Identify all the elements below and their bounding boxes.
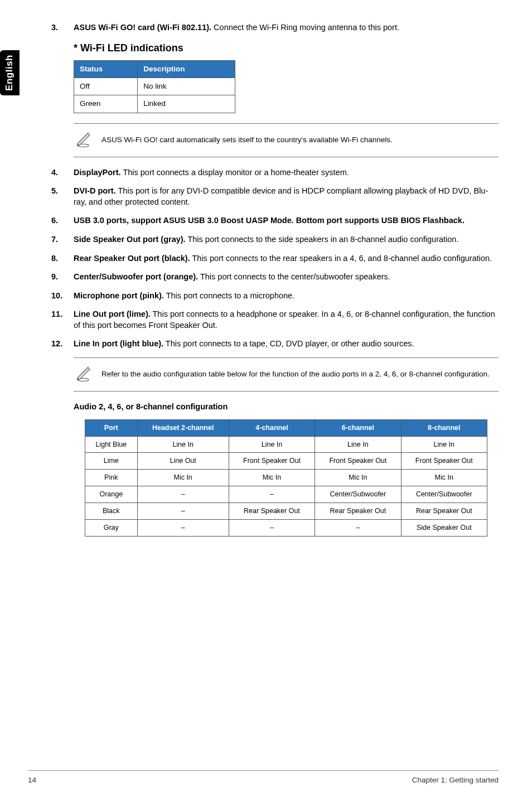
table-row: Lime Line Out Front Speaker Out Front Sp… (85, 453, 487, 470)
cell: Rear Speaker Out (229, 503, 315, 520)
col-port: Port (85, 419, 138, 436)
cell: – (137, 486, 229, 503)
cell: Rear Speaker Out (401, 503, 487, 520)
item-label: Line Out port (lime). (74, 310, 151, 318)
item-body: Line In port (light blue). This port con… (74, 339, 499, 350)
cell: – (315, 519, 401, 536)
col-8channel: 8-channel (401, 419, 487, 436)
cell: Linked (138, 95, 235, 113)
list-item-11: 11. Line Out port (lime). This port conn… (51, 309, 499, 331)
table-row: Gray – – – Side Speaker Out (85, 519, 487, 536)
item-text: This port connects to a microphone. (164, 291, 294, 300)
list-item-4: 4. DisplayPort. This port connects a dis… (51, 167, 499, 178)
cell: – (137, 519, 229, 536)
cell: Center/Subwoofer (315, 486, 401, 503)
cell: Front Speaker Out (315, 453, 401, 470)
audio-config-heading: Audio 2, 4, 6, or 8-channel configuratio… (74, 402, 499, 413)
cell: Line Out (137, 453, 229, 470)
item-label: Rear Speaker Out port (black). (74, 254, 190, 263)
page-footer: 14 Chapter 1: Getting started (28, 770, 499, 785)
cell: Mic In (315, 470, 401, 486)
item-text: This port connects to a tape, CD, DVD pl… (163, 339, 414, 348)
col-status: Status (74, 60, 138, 78)
list-item-7: 7. Side Speaker Out port (gray). This po… (51, 234, 499, 245)
table-row: Light Blue Line In Line In Line In Line … (85, 436, 487, 453)
item-text: Connect the Wi-Fi Ring moving antenna to… (211, 23, 399, 32)
item-number: 5. (51, 186, 74, 207)
wifi-section: * Wi-Fi LED indications Status Descripti… (74, 41, 499, 113)
item-label: DVI-D port. (74, 186, 116, 195)
wifi-led-table: Status Description Off No link Green Lin… (74, 60, 235, 113)
item-number: 10. (51, 291, 74, 302)
item-number: 8. (51, 253, 74, 264)
item-label: DisplayPort. (74, 168, 121, 177)
table-row: Orange – – Center/Subwoofer Center/Subwo… (85, 486, 487, 503)
cell: Line In (401, 436, 487, 453)
note-text: ASUS Wi-Fi GO! card automatically sets i… (101, 135, 496, 145)
item-body: USB 3.0 ports, support ASUS USB 3.0 Boos… (74, 215, 499, 226)
item-label: Line In port (light blue). (74, 339, 163, 348)
col-6channel: 6-channel (315, 419, 401, 436)
cell: Gray (85, 519, 138, 536)
svg-marker-5 (78, 368, 90, 380)
table-row: Off No link (74, 78, 235, 95)
cell: Front Speaker Out (401, 453, 487, 470)
cell: Lime (85, 453, 138, 470)
list-item-8: 8. Rear Speaker Out port (black). This p… (51, 253, 499, 264)
pencil-icon (74, 129, 93, 151)
item-body: Side Speaker Out port (gray). This port … (74, 234, 499, 245)
col-description: Description (138, 60, 235, 78)
cell: Line In (137, 436, 229, 453)
item-number: 12. (51, 339, 74, 350)
cell: No link (138, 78, 235, 95)
cell: Off (74, 78, 138, 95)
item-label: Center/Subwoofer port (orange). (74, 272, 198, 281)
item-text: This port is for any DVI-D compatible de… (74, 186, 488, 206)
page-number: 14 (28, 775, 36, 785)
item-number: 9. (51, 272, 74, 283)
col-4channel: 4-channel (229, 419, 315, 436)
list-item-10: 10. Microphone port (pink). This port co… (51, 291, 499, 302)
item-number: 7. (51, 234, 74, 245)
item-body: Microphone port (pink). This port connec… (74, 291, 499, 302)
pencil-icon (74, 364, 93, 385)
cell: Green (74, 95, 138, 113)
note-block-1: ASUS Wi-Fi GO! card automatically sets i… (74, 123, 499, 157)
item-label: ASUS Wi-Fi GO! card (Wi-Fi 802.11). (74, 23, 211, 32)
note-block-2: Refer to the audio configuration table b… (74, 357, 499, 392)
cell: Center/Subwoofer (401, 486, 487, 503)
cell: Line In (315, 436, 401, 453)
list-item-9: 9. Center/Subwoofer port (orange). This … (51, 272, 499, 283)
cell: Light Blue (85, 436, 138, 453)
item-number: 3. (51, 22, 74, 33)
cell: – (137, 503, 229, 520)
table-row: Green Linked (74, 95, 235, 113)
cell: Front Speaker Out (229, 453, 315, 470)
item-body: DVI-D port. This port is for any DVI-D c… (74, 186, 499, 207)
cell: Mic In (137, 470, 229, 486)
item-text: This port connects to the side speakers … (186, 235, 459, 244)
cell: Orange (85, 486, 138, 503)
list-item-12: 12. Line In port (light blue). This port… (51, 339, 499, 350)
audio-config-table: Port Headset 2-channel 4-channel 6-chann… (85, 419, 487, 537)
list-item-3: 3. ASUS Wi-Fi GO! card (Wi-Fi 802.11). C… (51, 22, 499, 33)
chapter-title: Chapter 1: Getting started (412, 775, 499, 785)
item-label: Side Speaker Out port (gray). (74, 235, 186, 244)
numbered-list: 3. ASUS Wi-Fi GO! card (Wi-Fi 802.11). C… (51, 22, 499, 33)
table-row: Pink Mic In Mic In Mic In Mic In (85, 470, 487, 486)
table-row: Black – Rear Speaker Out Rear Speaker Ou… (85, 503, 487, 520)
cell: – (229, 486, 315, 503)
item-text: This port connects to the center/subwoof… (198, 272, 390, 281)
table-header-row: Status Description (74, 60, 235, 78)
wifi-led-heading: * Wi-Fi LED indications (74, 41, 499, 55)
item-number: 4. (51, 167, 74, 178)
item-body: DisplayPort. This port connects a displa… (74, 167, 499, 178)
numbered-list-cont: 4. DisplayPort. This port connects a dis… (51, 167, 499, 350)
item-body: Center/Subwoofer port (orange). This por… (74, 272, 499, 283)
note-text: Refer to the audio configuration table b… (101, 369, 496, 379)
item-body: Line Out port (lime). This port connects… (74, 309, 499, 331)
list-item-5: 5. DVI-D port. This port is for any DVI-… (51, 186, 499, 207)
item-label: Microphone port (pink). (74, 291, 164, 300)
item-body: Rear Speaker Out port (black). This port… (74, 253, 499, 264)
cell: Mic In (401, 470, 487, 486)
